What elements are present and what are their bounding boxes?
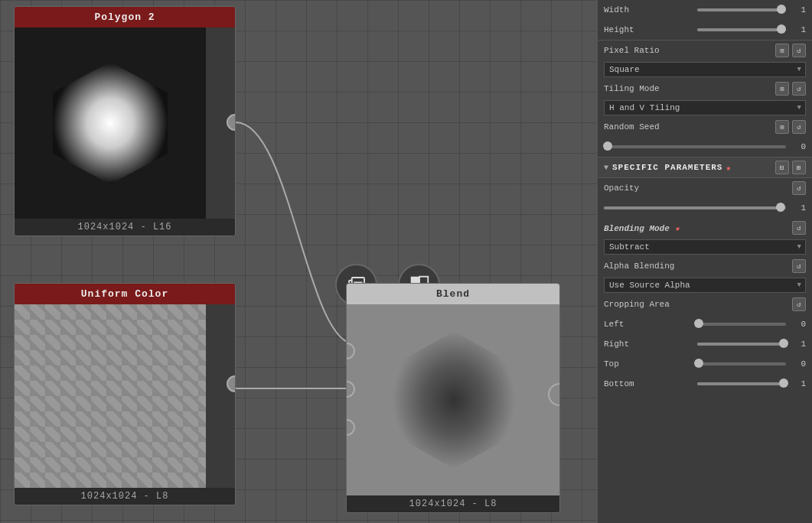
specific-params-star: ★ (726, 163, 732, 173)
cropping-area-row: Cropping Area ↺ (598, 294, 812, 314)
node-polygon2: Polygon 2 1024x1024 - L16 (14, 6, 236, 236)
opacity-icon[interactable]: ↺ (792, 181, 806, 195)
specific-params-icon1[interactable]: ⊟ (775, 161, 789, 174)
tiling-mode-icon2[interactable]: ↺ (792, 82, 806, 96)
opacity-row: Opacity ↺ (598, 178, 812, 198)
blend-footer: 1024x1024 - L8 (347, 495, 559, 512)
specific-params-header[interactable]: ▼ SPECIFIC PARAMETERS ★ ⊟ ⊞ (598, 157, 812, 178)
blend-title: Blend (347, 284, 559, 304)
random-seed-icon1[interactable]: ⊞ (775, 120, 789, 134)
polygon2-title: Polygon 2 (15, 7, 235, 28)
cropping-area-icons: ↺ (792, 297, 806, 311)
opacity-value: 1 (791, 203, 806, 213)
top-row: Top 0 (598, 354, 812, 374)
polygon2-output-connector[interactable] (227, 114, 236, 131)
tiling-mode-select[interactable]: H and V Tiling (604, 100, 806, 115)
right-label: Right (604, 339, 693, 349)
polygon2-footer: 1024x1024 - L16 (15, 219, 235, 236)
pixel-ratio-select[interactable]: Square (604, 62, 806, 77)
node-blend: Blend 1024x1024 - L8 (346, 283, 560, 513)
random-seed-icons: ⊞ ↺ (775, 120, 806, 134)
random-seed-value: 0 (791, 142, 806, 151)
node-uniform-color: Uniform Color 1024x1024 - L8 (14, 283, 236, 505)
opacity-icons: ↺ (792, 181, 806, 195)
pixel-ratio-icon1[interactable]: ⊞ (775, 44, 789, 57)
alpha-blending-dropdown-wrapper[interactable]: Use Source Alpha (604, 278, 806, 293)
height-row: Height 1 (598, 20, 812, 40)
blending-mode-label: Blending Mode ★ (604, 223, 792, 233)
top-label: Top (604, 359, 693, 369)
right-row: Right 1 (598, 334, 812, 354)
uniform-color-output-connector[interactable] (227, 375, 236, 392)
uniform-color-title: Uniform Color (15, 284, 235, 304)
blending-mode-icons: ↺ (792, 221, 806, 235)
left-label: Left (604, 320, 693, 329)
pixel-ratio-icon2[interactable]: ↺ (792, 44, 806, 57)
pixel-ratio-row: Pixel Ratio ⊞ ↺ (598, 41, 812, 60)
blending-mode-select[interactable]: Subtract (604, 239, 806, 255)
pixel-ratio-dropdown-wrapper[interactable]: Square (604, 62, 806, 77)
right-value: 1 (791, 339, 806, 349)
random-seed-icon2[interactable]: ↺ (792, 120, 806, 134)
right-panel: Width 1 Height 1 Pixel Ratio ⊞ ↺ Square … (597, 0, 812, 523)
height-label: Height (604, 25, 693, 34)
left-slider[interactable] (697, 323, 786, 326)
uniform-color-footer: 1024x1024 - L8 (15, 488, 235, 505)
tiling-mode-label: Tiling Mode (604, 84, 775, 93)
tiling-mode-icons: ⊞ ↺ (775, 82, 806, 96)
tiling-mode-dropdown-wrapper[interactable]: H and V Tiling (604, 100, 806, 115)
alpha-blending-icon[interactable]: ↺ (792, 259, 806, 273)
collapse-icon: ▼ (604, 164, 609, 172)
bottom-value: 1 (791, 379, 806, 388)
pixel-ratio-icons: ⊞ ↺ (775, 44, 806, 57)
pixel-ratio-label: Pixel Ratio (604, 46, 775, 55)
random-seed-slider[interactable] (604, 145, 786, 148)
random-seed-slider-row: 0 (598, 137, 812, 157)
right-slider[interactable] (697, 343, 786, 346)
specific-params-icons: ⊟ ⊞ (775, 161, 806, 174)
opacity-slider-row: 1 (598, 198, 812, 218)
specific-params-label: SPECIFIC PARAMETERS (612, 163, 722, 172)
bottom-row: Bottom 1 (598, 374, 812, 394)
cropping-area-icon[interactable]: ↺ (792, 297, 806, 311)
random-seed-row: Random Seed ⊞ ↺ (598, 117, 812, 137)
blend-preview (347, 304, 560, 495)
height-value: 1 (791, 25, 806, 34)
alpha-blending-icons: ↺ (792, 259, 806, 273)
polygon2-preview (15, 28, 206, 219)
specific-params-icon2[interactable]: ⊞ (792, 161, 806, 174)
cropping-area-label: Cropping Area (604, 300, 792, 309)
tiling-mode-row: Tiling Mode ⊞ ↺ (598, 79, 812, 99)
left-row: Left 0 (598, 314, 812, 334)
width-value: 1 (791, 5, 806, 15)
height-slider[interactable] (697, 28, 786, 31)
width-label: Width (604, 5, 693, 15)
random-seed-label: Random Seed (604, 122, 775, 132)
alpha-blending-select[interactable]: Use Source Alpha (604, 278, 806, 293)
left-value: 0 (791, 320, 806, 329)
tiling-mode-icon1[interactable]: ⊞ (775, 82, 789, 96)
bottom-slider[interactable] (697, 382, 786, 385)
canvas-area: Polygon 2 1024x1024 - L16 (0, 0, 597, 523)
alpha-blending-row: Alpha Blending ↺ (598, 256, 812, 276)
top-slider[interactable] (697, 362, 786, 365)
width-slider[interactable] (697, 8, 786, 11)
uniform-color-preview (15, 304, 206, 488)
opacity-label: Opacity (604, 184, 792, 193)
width-row: Width 1 (598, 0, 812, 20)
bottom-label: Bottom (604, 379, 693, 388)
top-value: 0 (791, 359, 806, 369)
alpha-blending-label: Alpha Blending (604, 262, 792, 271)
blending-mode-icon[interactable]: ↺ (792, 221, 806, 235)
opacity-slider[interactable] (604, 206, 786, 210)
blending-mode-row: Blending Mode ★ ↺ (598, 218, 812, 238)
blending-mode-dropdown-wrapper[interactable]: Subtract (604, 239, 806, 255)
